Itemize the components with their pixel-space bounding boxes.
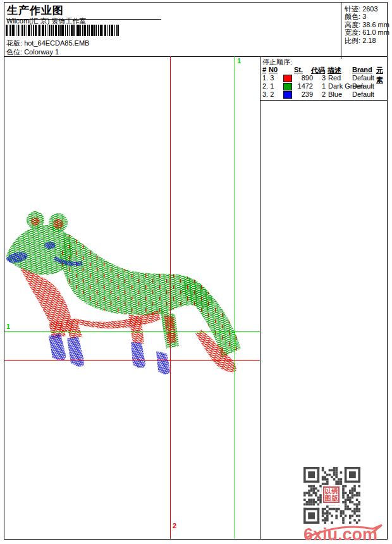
- guide-horizontal-green: [4, 331, 260, 332]
- sequence-table-header: # N0 St. 代码 描述 Brand 元素: [260, 66, 387, 74]
- design-file-line: 花版: hot_64ECDA85.EMB: [6, 39, 89, 48]
- fox-ear-right-inner: [53, 219, 63, 229]
- col-brand: Brand: [352, 66, 372, 73]
- fox-body-speckles: [60, 232, 213, 315]
- fox-ear-left-inner: [31, 217, 40, 226]
- table-bottom-rule: [260, 100, 387, 101]
- qr-code: 以 绣 图 版: [303, 467, 360, 524]
- table-row: 2. 1 1472 1 Dark Green Default: [260, 82, 387, 90]
- colorway-line: 色位: Colorway 1: [6, 47, 59, 57]
- design-file-value: hot_64ECDA85.EMB: [24, 39, 89, 47]
- guide-vertical-red: [170, 56, 171, 539]
- stats-panel: 针迹: 2603 颜色: 3 高度: 38.6 mm 宽度: 61.0 mm 比…: [341, 3, 390, 59]
- col-hash: #: [262, 66, 266, 73]
- stat-height: 高度: 38.6 mm: [345, 21, 390, 28]
- qr-center-logo: 以 绣 图 版: [323, 486, 340, 503]
- fox-foot-2: [67, 337, 84, 367]
- fox-embroidery-design: [4, 56, 260, 539]
- guide-horizontal-red: [4, 360, 260, 361]
- header-section: 生产作业图 Wilcom(汇 京) 装饰工作室 花版: hot_64ECDA85…: [4, 3, 387, 57]
- col-st: St.: [294, 66, 303, 73]
- guide-label-v-red: 2: [173, 522, 176, 529]
- site-name: 6xiu.com: [303, 525, 377, 544]
- table-row: 3. 2 239 2 Blue Default: [260, 90, 387, 99]
- stat-scale: 比例: 2.18: [345, 37, 390, 44]
- design-area: 1 1 2 停止顺序: # N0 St. 代码 描述 Brand 元素 1. 3…: [4, 56, 387, 539]
- worksheet-page: 生产作业图 Wilcom(汇 京) 装饰工作室 花版: hot_64ECDA85…: [0, 0, 392, 544]
- stat-width: 宽度: 61.0 mm: [345, 28, 390, 36]
- table-row: 1. 3 890 3 Red Default: [260, 74, 387, 82]
- fox-eye: [44, 242, 56, 249]
- page-frame: 生产作业图 Wilcom(汇 京) 装饰工作室 花版: hot_64ECDA85…: [4, 2, 388, 540]
- design-file-label: 花版:: [6, 39, 22, 47]
- fox-foot-4: [156, 351, 170, 374]
- colorway-value: Colorway 1: [24, 48, 59, 56]
- fox-foot-1: [49, 333, 66, 361]
- barcode: [6, 25, 120, 36]
- col-no: N0: [269, 66, 278, 73]
- stat-colors: 颜色: 3: [345, 13, 390, 20]
- sequence-panel: 停止顺序: # N0 St. 代码 描述 Brand 元素 1. 3 890 3…: [260, 56, 387, 539]
- guide-label-v-green: 1: [237, 57, 241, 65]
- stat-stitches: 针迹: 2603: [345, 5, 390, 13]
- colorway-label: 色位:: [6, 48, 22, 56]
- site-watermark: 6xiu.com: [302, 521, 386, 544]
- guide-label-h-green: 1: [6, 323, 10, 330]
- guide-vertical-green: [235, 56, 235, 539]
- fox-foot-3: [131, 342, 145, 368]
